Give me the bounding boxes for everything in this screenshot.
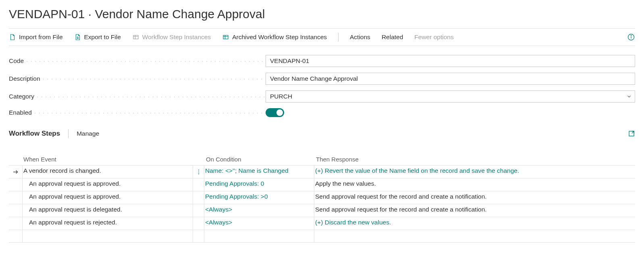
row-selector[interactable] xyxy=(9,191,23,204)
row-selector[interactable] xyxy=(9,217,23,230)
svg-rect-1 xyxy=(223,36,228,39)
row-selector[interactable] xyxy=(9,166,23,178)
fewer-options-label: Fewer options xyxy=(414,34,453,41)
row-selector[interactable] xyxy=(9,230,23,242)
manage-button[interactable]: Manage xyxy=(77,130,99,137)
row-selector[interactable] xyxy=(9,178,23,191)
arrow-right-icon xyxy=(12,168,19,176)
svg-point-7 xyxy=(198,170,199,170)
header-when-event[interactable]: When Event xyxy=(23,156,193,163)
grid-row[interactable]: An approval request is rejected.<Always>… xyxy=(9,217,635,230)
description-input[interactable] xyxy=(266,73,635,85)
workflow-steps-title: Workflow Steps xyxy=(9,130,60,138)
row-selector[interactable] xyxy=(9,204,23,217)
cell-when-event[interactable]: An approval request is approved. xyxy=(23,178,193,191)
related-button[interactable]: Related xyxy=(382,34,403,41)
toolbar: Import from File Export to File Workflow… xyxy=(9,28,635,46)
svg-point-4 xyxy=(631,36,631,36)
cell-then-response[interactable] xyxy=(314,230,635,242)
grid-row[interactable]: An approval request is approved.Pending … xyxy=(9,191,635,204)
actions-label: Actions xyxy=(350,34,370,41)
actions-button[interactable]: Actions xyxy=(350,34,370,41)
cell-on-condition[interactable]: Pending Approvals: >0 xyxy=(204,191,314,204)
section-separator xyxy=(68,129,69,138)
cell-then-response[interactable]: Apply the new values. xyxy=(314,178,635,191)
workflow-step-instances-label: Workflow Step Instances xyxy=(142,34,211,41)
header-on-condition[interactable]: On Condition xyxy=(204,156,314,163)
cell-on-condition[interactable]: Name: <>''; Name is Changed xyxy=(204,166,314,178)
more-vertical-icon xyxy=(195,169,202,175)
svg-rect-0 xyxy=(133,36,138,39)
cell-then-response[interactable]: Send approval request for the record and… xyxy=(314,204,635,217)
table-archive-icon xyxy=(222,34,229,41)
cell-when-event[interactable]: An approval request is delegated. xyxy=(23,204,193,217)
cell-on-condition[interactable]: <Always> xyxy=(204,204,314,217)
import-from-file-button[interactable]: Import from File xyxy=(9,34,63,41)
cell-when-event[interactable]: An approval request is rejected. xyxy=(23,217,193,230)
cell-when-event[interactable]: A vendor record is changed. xyxy=(23,166,193,178)
cell-on-condition[interactable] xyxy=(204,230,314,242)
import-from-file-label: Import from File xyxy=(19,34,63,41)
code-label: Code xyxy=(9,57,266,65)
fewer-options-button[interactable]: Fewer options xyxy=(414,34,453,41)
related-label: Related xyxy=(382,34,403,41)
grid-row[interactable] xyxy=(9,230,635,243)
svg-point-9 xyxy=(198,173,199,174)
cell-when-event[interactable] xyxy=(23,230,193,242)
export-to-file-button[interactable]: Export to File xyxy=(74,34,121,41)
header-then-response[interactable]: Then Response xyxy=(314,156,635,163)
grid-header-row: When Event On Condition Then Response xyxy=(9,156,635,165)
svg-point-8 xyxy=(198,171,199,172)
description-label: Description xyxy=(9,75,266,82)
grid-row[interactable]: An approval request is approved.Pending … xyxy=(9,178,635,191)
row-more-button xyxy=(193,191,204,204)
file-import-icon xyxy=(9,34,16,41)
cell-then-response[interactable]: Send approval request for the record and… xyxy=(314,191,635,204)
workflow-steps-header: Workflow Steps Manage xyxy=(9,125,635,142)
cell-on-condition[interactable]: Pending Approvals: 0 xyxy=(204,178,314,191)
expand-icon[interactable] xyxy=(628,130,635,137)
cell-on-condition[interactable]: <Always> xyxy=(204,217,314,230)
row-more-button xyxy=(193,230,204,242)
category-label: Category xyxy=(9,93,266,100)
workflow-step-instances-button[interactable]: Workflow Step Instances xyxy=(132,34,211,41)
grid-row[interactable]: A vendor record is changed.Name: <>''; N… xyxy=(9,165,635,178)
code-input[interactable] xyxy=(266,55,635,67)
file-export-icon xyxy=(74,34,81,41)
archived-workflow-step-instances-button[interactable]: Archived Workflow Step Instances xyxy=(222,34,327,41)
form-area: Code Description Category Enabled xyxy=(9,46,635,125)
cell-then-response[interactable]: (+) Discard the new values. xyxy=(314,217,635,230)
grid-row[interactable]: An approval request is delegated.<Always… xyxy=(9,204,635,217)
toolbar-separator xyxy=(338,33,339,42)
archived-workflow-step-instances-label: Archived Workflow Step Instances xyxy=(232,34,327,41)
export-to-file-label: Export to File xyxy=(84,34,121,41)
row-more-button xyxy=(193,178,204,191)
page-title: VENDAPN-01 · Vendor Name Change Approval xyxy=(9,0,635,28)
enabled-label: Enabled xyxy=(9,109,266,116)
row-more-button xyxy=(193,217,204,230)
cell-when-event[interactable]: An approval request is approved. xyxy=(23,191,193,204)
enabled-toggle[interactable] xyxy=(266,108,284,117)
row-more-button xyxy=(193,204,204,217)
category-select[interactable] xyxy=(266,90,635,103)
workflow-steps-grid: When Event On Condition Then Response A … xyxy=(9,156,635,243)
info-icon[interactable] xyxy=(627,33,635,41)
cell-then-response[interactable]: (+) Revert the value of the Name field o… xyxy=(314,166,635,178)
table-icon xyxy=(132,34,139,41)
row-more-button[interactable] xyxy=(193,166,204,178)
